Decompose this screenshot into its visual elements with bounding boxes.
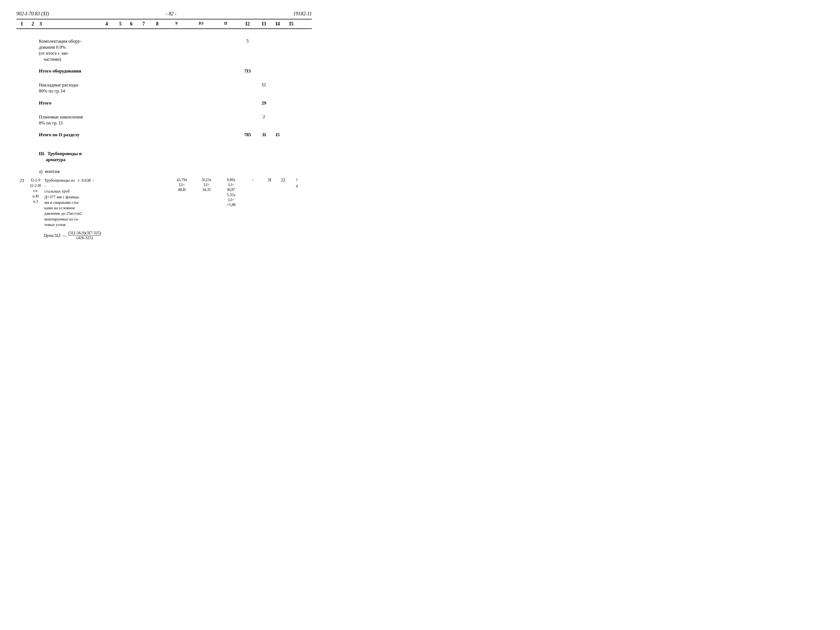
row-truboprovody-header: Ш. Трубопроводы и арматура xyxy=(16,151,312,163)
col-header-1: I xyxy=(16,21,27,27)
cell-montazh-text: а) монтаж xyxy=(38,169,98,174)
col-header-4: 4 xyxy=(98,21,115,27)
cell-col15-val: 74 xyxy=(290,178,304,189)
row-23-truboprovody: 23 I2-2-9I2-2-I0т.ч.п.I0п.3 Трубопроводы… xyxy=(16,178,312,227)
cell-planovye-text: Плановые накопления8% по гр. I3 xyxy=(38,114,98,126)
col-header-13: I3 xyxy=(257,21,271,27)
col-header-2: 2 xyxy=(27,21,38,27)
cell-itogo-oborud-text: Итого оборудования xyxy=(38,68,98,74)
cell-nakladnye-val: I2 xyxy=(257,82,271,88)
cell-col12-val: - xyxy=(243,178,262,182)
col-header-7: 7 xyxy=(137,21,150,27)
fraction-numerator: (5I,I-36,9)(3I7-325) xyxy=(68,231,101,235)
row-itogo-razdel: Итого по II разделу 785 3I I5 xyxy=(16,132,312,140)
fraction-denominator: (426-325) xyxy=(68,235,101,240)
col-header-6: 6 xyxy=(126,21,137,27)
row-montazh: а) монтаж xyxy=(16,169,312,177)
row-planovye: Плановые накопления8% по гр. I3 2 xyxy=(16,114,312,126)
cell-row-num: 23 xyxy=(16,178,27,183)
cell-itogo-text: Итого xyxy=(38,100,98,106)
cell-itogo-razdel-14: I5 xyxy=(271,132,284,137)
table-content: Комплектация обору-дования 0.9%(от итога… xyxy=(16,29,312,240)
col-header-10: IO xyxy=(189,21,213,27)
cell-planovye-val: 2 xyxy=(257,114,271,120)
row-nakladnye: Накладные расходы80% по гр. I4 I2 xyxy=(16,82,312,94)
row-komplektatsiya: Комплектация обору-дования 0.9%(от итога… xyxy=(16,38,312,62)
cell-itogo-razdel-13: 3I xyxy=(257,132,271,137)
cell-row-ref: I2-2-9I2-2-I0т.ч.п.I0п.3 xyxy=(27,178,44,204)
cell-komplektatsiya-val: 5 xyxy=(238,38,257,44)
cell-komplektatsiya-text: Комплектация обору-дования 0.9%(от итога… xyxy=(38,38,98,62)
col-header-12: I2 xyxy=(238,21,257,27)
page-header: 902-I-70.83 (XI) - 82 - 19182-11 xyxy=(16,11,312,17)
cell-itogo-razdel-12: 785 xyxy=(238,132,257,137)
cell-itogo-razdel-text: Итого по II разделу xyxy=(38,132,98,137)
col-header-5: 5 xyxy=(115,21,126,27)
cell-row-desc: Трубопроводы из т 0,638 - - - стальных т… xyxy=(44,178,104,227)
price-label: Цена:5I,I xyxy=(44,233,60,238)
cell-itogo-oborud-val: 7I3 xyxy=(238,68,257,74)
cell-truboprovody-section: Ш. Трубопроводы и арматура xyxy=(38,151,98,163)
row-itogo: Итого 29 xyxy=(16,100,312,108)
doc-number: 902-I-70.83 (XI) xyxy=(16,11,49,17)
minus-sign: — xyxy=(62,233,66,238)
doc-code: 19182-11 xyxy=(293,11,312,17)
price-formula-row: Цена:5I,I — (5I,I-36,9)(3I7-325) (426-32… xyxy=(44,231,312,240)
cell-nakladnye-text: Накладные расходы80% по гр. I4 xyxy=(38,82,98,94)
cell-col13-val: 3I xyxy=(262,178,276,182)
col-header-3: 3 xyxy=(38,21,98,27)
col-header-9: 9 xyxy=(164,21,189,27)
page-number: - 82 - xyxy=(166,11,177,17)
cell-col14-val: 22 xyxy=(276,178,290,182)
price-fraction: (5I,I-36,9)(3I7-325) (426-325) xyxy=(68,231,101,240)
col-header-8: 8 xyxy=(150,21,164,27)
cell-col10-val: 3I,23хI,I=34,35 xyxy=(194,178,219,193)
cell-col9-val: 43,79хI,I=48,I6 xyxy=(170,178,194,193)
cell-itogo-val: 29 xyxy=(257,100,271,106)
col-header-15: I5 xyxy=(284,21,298,27)
column-headers: I 2 3 4 5 6 7 8 9 IO II I2 I3 I4 I5 xyxy=(16,19,312,29)
row-itogo-oborudovaniya: Итого оборудования 7I3 xyxy=(16,68,312,76)
cell-col11-val: 9,89хI,I=I0,875,35хI,I==5,88 xyxy=(219,178,243,207)
col-header-11: II xyxy=(213,21,238,27)
col-header-14: I4 xyxy=(271,21,284,27)
